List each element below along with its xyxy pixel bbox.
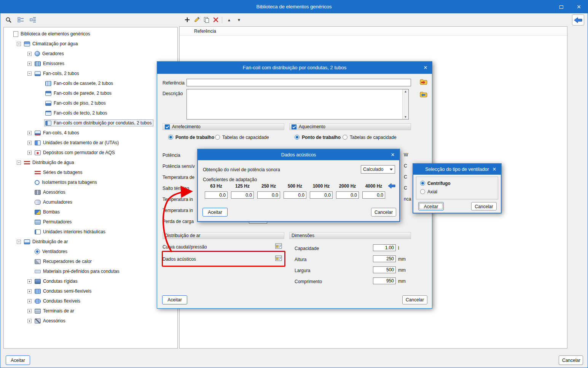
expand-icon[interactable]: + [27,131,32,135]
tree-item[interactable]: −Fan-coils, 2 tubos [4,69,177,78]
coefficient-input-4000hz[interactable] [362,191,385,199]
length-input[interactable] [373,277,396,284]
tree-item[interactable]: Acumuladores [4,197,177,207]
tree-item[interactable]: Isolamentos para tubagens [4,177,177,187]
tree-item[interactable]: Fan-coils de parede, 2 tubos [4,88,177,98]
tree-item[interactable]: −Climatização por água [4,39,177,49]
search-button[interactable] [3,15,13,25]
coefficient-input-1000hz[interactable] [310,191,333,199]
copy-button[interactable] [201,15,211,25]
cancel-button[interactable]: Cancelar [402,295,427,304]
coefficient-input-2000hz[interactable] [336,191,359,199]
tree-item[interactable]: −Distribuição de água [4,158,177,167]
tree-item[interactable]: Séries de tubagens [4,167,177,177]
edit-button[interactable] [192,15,202,25]
delete-button[interactable] [211,15,221,25]
cancel-button[interactable]: Cancelar [559,355,583,365]
tree-item[interactable]: Acessórios [4,187,177,197]
cooling-tables-label: Tabelas de capacidade [222,134,269,140]
add-button[interactable] [182,15,192,25]
expand-icon[interactable]: + [27,62,32,66]
heating-checkbox[interactable] [292,124,296,129]
import-from-library-button[interactable] [419,78,428,86]
tree-item[interactable]: −Distribuição de ar [4,237,177,247]
collapse-icon[interactable]: − [17,240,21,244]
coefficient-input-63hz[interactable] [205,191,228,199]
back-button[interactable] [572,14,584,25]
field-label: Temperatura de [163,174,194,180]
expand-icon[interactable]: + [27,52,32,56]
coefficient-input-500hz[interactable] [284,191,306,199]
accept-button[interactable]: Aceitar [202,208,228,217]
tree-item[interactable]: Fan-coils de tecto, 2 tubos [4,108,177,118]
cooling-workpoint-radio[interactable] [168,135,173,140]
cancel-button[interactable]: Cancelar [371,208,396,217]
collapse-tree-button[interactable] [28,15,38,25]
tree-item[interactable]: Unidades interiores hidráulicas [4,227,177,237]
expand-tree-button[interactable] [16,15,25,25]
coefficient-input-125hz[interactable] [231,191,254,199]
expand-icon[interactable]: + [27,151,32,155]
accept-button[interactable]: Aceitar [162,295,187,304]
heating-tables-radio[interactable] [343,135,347,140]
copy-values-button[interactable] [387,182,396,190]
tree-item[interactable]: +Unidades de tratamento de ar (UTAs) [4,138,177,148]
tree-item[interactable]: Permutadores [4,217,177,227]
tree-item[interactable]: Bombas [4,207,177,217]
edit-acoustic-data-button[interactable] [274,254,283,262]
expander-spacer [38,101,42,105]
heating-workpoint-radio[interactable] [295,135,300,140]
tree-item[interactable]: Ventiladores [4,247,177,256]
expand-icon[interactable]: + [27,141,32,145]
centrifugal-radio[interactable] [420,181,425,186]
reference-input[interactable] [186,79,411,86]
cooling-tables-radio[interactable] [215,135,220,140]
accept-button[interactable]: Aceitar [418,202,444,210]
tree-item[interactable]: +Condutas rígidas [4,276,177,286]
tree-item[interactable]: +Depósitos com permutador de AQS [4,148,177,158]
tree-item[interactable]: Fan-coils de piso, 2 tubos [4,98,177,108]
edit-curve-button[interactable] [274,242,283,250]
tree-item[interactable]: Fan-coils com distribuição por condutas,… [4,118,177,128]
expand-icon[interactable]: + [27,319,32,323]
tree-item[interactable]: Fan-coils de cassete, 2 tubos [4,78,177,88]
tree-item[interactable]: Materiais pré-definidos para condutas [4,266,177,276]
maximize-button[interactable] [553,0,570,13]
coefficient-input-250hz[interactable] [257,191,280,199]
move-down-button[interactable]: ▼ [234,15,244,25]
cooling-checkbox[interactable] [165,124,170,129]
expand-icon[interactable]: + [27,289,32,293]
axial-radio[interactable] [420,189,425,194]
height-input[interactable] [373,255,396,262]
expand-icon[interactable]: + [27,309,32,313]
close-button[interactable]: × [570,0,588,13]
tree-item[interactable]: +Condutas semi-flexíveis [4,286,177,296]
tree-item[interactable]: Recuperadores de calor [4,256,177,266]
capacity-input[interactable] [373,244,396,251]
tree-item[interactable]: +Acessórios [4,316,177,326]
export-to-library-button[interactable] [419,90,428,99]
move-up-button[interactable]: ▲ [224,15,234,25]
valve-icon [35,190,41,195]
tree-item[interactable]: +Fan-coils, 4 tubos [4,128,177,138]
tree-item[interactable]: Biblioteca de elementos genéricos [4,29,177,39]
tree-item[interactable]: +Geradores [4,49,177,59]
description-scrollbar[interactable]: ▲▼ [402,89,408,119]
close-button[interactable]: × [386,150,399,160]
expand-icon[interactable]: + [27,299,32,303]
expand-icon[interactable]: + [27,279,32,284]
tree-item[interactable]: +Condutas flexíveis [4,296,177,306]
tree-item[interactable]: +Emissores [4,59,177,69]
collapse-icon[interactable]: − [17,42,21,46]
collapse-icon[interactable]: − [17,161,21,165]
method-dropdown[interactable]: Calculado [361,165,395,174]
cancel-button[interactable]: Cancelar [471,202,497,210]
close-button[interactable]: × [419,62,432,74]
description-textarea[interactable] [186,89,409,119]
close-button[interactable]: × [488,164,501,175]
width-input[interactable] [373,266,396,273]
accept-button[interactable]: Aceitar [6,355,30,365]
capacity-label: Capacidade [295,245,319,252]
collapse-icon[interactable]: − [27,72,32,76]
tree-item[interactable]: +Terminais de ar [4,306,177,316]
